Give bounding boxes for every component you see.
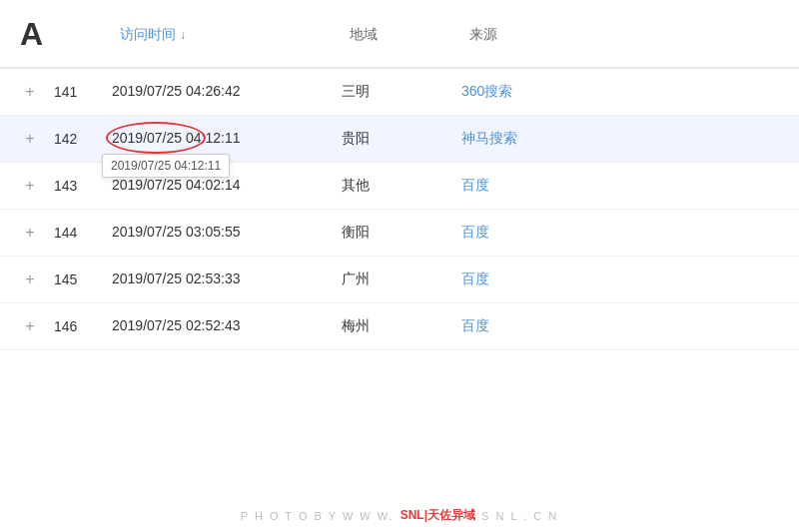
- row-number: 143: [54, 178, 94, 194]
- table-header: A 访问时间 ↓ 地域 来源: [0, 0, 799, 69]
- source-link[interactable]: 360搜索: [461, 83, 512, 99]
- col-region-header: 地域: [340, 26, 469, 44]
- row-columns: 2019/07/25 02:52:43 梅州 百度: [112, 317, 779, 335]
- cell-region: 梅州: [332, 317, 461, 335]
- expand-icon[interactable]: +: [20, 83, 40, 101]
- source-link[interactable]: 百度: [461, 270, 489, 286]
- time-highlighted: 2019/07/25 04:12:11 2019/07/25 04:12:11: [112, 130, 240, 146]
- cell-source[interactable]: 百度: [461, 224, 561, 242]
- row-columns: 2019/07/25 04:12:11 2019/07/25 04:12:11 …: [112, 130, 779, 148]
- cell-time: 2019/07/25 02:53:33: [112, 270, 332, 288]
- cell-time: 2019/07/25 04:12:11 2019/07/25 04:12:11: [112, 130, 332, 148]
- cell-time: 2019/07/25 04:26:42: [112, 83, 332, 101]
- row-columns: 2019/07/25 04:26:42 三明 360搜索: [112, 83, 779, 101]
- row-columns: 2019/07/25 03:05:55 衡阳 百度: [112, 224, 779, 242]
- watermark-right: S N L . C N: [481, 510, 558, 522]
- expand-icon[interactable]: +: [20, 224, 40, 242]
- cell-time-value: 2019/07/25 02:53:33: [112, 270, 240, 286]
- time-part: 04:12:11: [186, 130, 241, 146]
- time-label: 访问时间: [120, 26, 176, 44]
- source-link[interactable]: 百度: [461, 177, 489, 193]
- header-letter: A: [20, 16, 60, 53]
- main-table: A 访问时间 ↓ 地域 来源 + 141 2019/07/25 04:26:42…: [0, 0, 799, 532]
- date-part: 2019/07/25: [112, 130, 186, 146]
- cell-region: 贵阳: [332, 130, 461, 148]
- header-columns: 访问时间 ↓ 地域 来源: [120, 26, 779, 44]
- cell-time-value: 2019/07/25 04:02:14: [112, 177, 240, 193]
- cell-source[interactable]: 百度: [461, 317, 561, 335]
- table-row: + 145 2019/07/25 02:53:33 广州 百度: [0, 257, 799, 303]
- cell-region: 衡阳: [332, 224, 461, 242]
- cell-time: 2019/07/25 03:05:55: [112, 224, 332, 242]
- cell-time-value: 2019/07/25 03:05:55: [112, 224, 240, 240]
- expand-icon[interactable]: +: [20, 317, 40, 335]
- source-link[interactable]: 百度: [461, 317, 489, 333]
- source-link[interactable]: 神马搜索: [461, 130, 517, 146]
- table-row: + 142 2019/07/25 04:12:11 2019/07/25 04:…: [0, 116, 799, 163]
- cell-region: 广州: [332, 270, 461, 288]
- expand-icon[interactable]: +: [20, 177, 40, 195]
- expand-icon[interactable]: +: [20, 130, 40, 148]
- watermark-left: P H O T O B Y W W W.: [241, 510, 395, 522]
- source-link[interactable]: 百度: [461, 224, 489, 240]
- cell-source[interactable]: 360搜索: [461, 83, 561, 101]
- row-number: 145: [54, 271, 94, 287]
- table-row: + 146 2019/07/25 02:52:43 梅州 百度: [0, 303, 799, 350]
- cell-region: 其他: [332, 177, 461, 195]
- col-source-header: 来源: [469, 26, 569, 44]
- cell-source[interactable]: 神马搜索: [461, 130, 561, 148]
- cell-time-value: 2019/07/25 04:26:42: [112, 83, 240, 99]
- cell-source[interactable]: 百度: [461, 177, 561, 195]
- row-number: 146: [54, 318, 94, 334]
- row-number: 144: [54, 225, 94, 241]
- row-number: 141: [54, 84, 94, 100]
- cell-time: 2019/07/25 04:02:14: [112, 177, 332, 195]
- rows-container: + 141 2019/07/25 04:26:42 三明 360搜索 + 142…: [0, 69, 799, 350]
- sort-icon: ↓: [180, 28, 186, 42]
- cell-source[interactable]: 百度: [461, 270, 561, 288]
- row-number: 142: [54, 131, 94, 147]
- cell-time-value: 2019/07/25 02:52:43: [112, 317, 240, 333]
- tooltip-box: 2019/07/25 04:12:11: [102, 154, 230, 178]
- watermark-brand: SNL|天佐异域: [400, 507, 475, 524]
- expand-icon[interactable]: +: [20, 270, 40, 288]
- cell-region: 三明: [332, 83, 461, 101]
- table-row: + 144 2019/07/25 03:05:55 衡阳 百度: [0, 210, 799, 257]
- row-columns: 2019/07/25 02:53:33 广州 百度: [112, 270, 779, 288]
- row-columns: 2019/07/25 04:02:14 其他 百度: [112, 177, 779, 195]
- table-row: + 141 2019/07/25 04:26:42 三明 360搜索: [0, 69, 799, 116]
- col-time-header[interactable]: 访问时间 ↓: [120, 26, 340, 44]
- cell-time: 2019/07/25 02:52:43: [112, 317, 332, 335]
- watermark: P H O T O B Y W W W. SNL|天佐异域 S N L . C …: [0, 507, 799, 524]
